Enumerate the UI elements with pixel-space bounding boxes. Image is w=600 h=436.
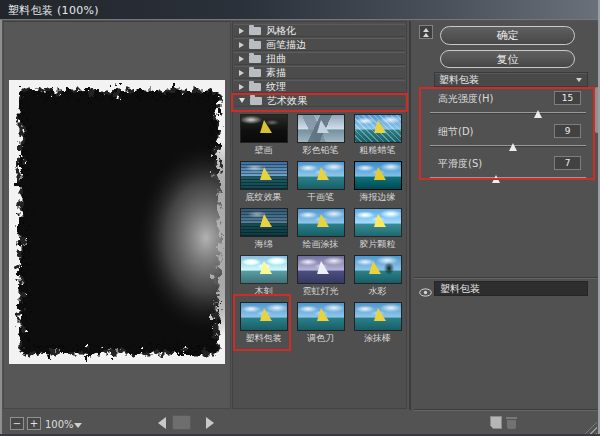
- filter-gallery-dialog: 塑料包装 (100%): [0, 0, 600, 436]
- thumbnail-image: [354, 208, 402, 237]
- dialog-title: 塑料包装 (100%): [8, 3, 99, 18]
- thumbnail-image: [240, 208, 288, 237]
- hide-thumbnails-button[interactable]: [419, 25, 433, 39]
- thumbnail-image: [354, 302, 402, 331]
- filter-thumb-sponge[interactable]: 海绵: [235, 206, 292, 253]
- category-stylize[interactable]: 风格化: [234, 24, 405, 37]
- filter-select-dropdown[interactable]: 塑料包装: [434, 72, 588, 87]
- zoom-level-value[interactable]: 100%: [45, 419, 74, 430]
- collapsed-triangle-icon: [239, 70, 244, 76]
- detail-label: 细节(D): [438, 125, 474, 139]
- trash-icon: [506, 417, 517, 419]
- category-label: 扭曲: [266, 52, 286, 65]
- thumbnail-image: [240, 114, 288, 143]
- category-label: 画笔描边: [266, 38, 306, 51]
- filter-thumb-cutout[interactable]: 木刻: [235, 253, 292, 300]
- open-folder-icon: [250, 97, 262, 105]
- scroll-right-arrow[interactable]: [206, 417, 214, 429]
- ok-button[interactable]: 确定: [440, 26, 575, 45]
- filter-thumb-watercolor[interactable]: 水彩: [349, 253, 406, 300]
- new-effect-layer-button[interactable]: [490, 416, 502, 429]
- divider: [414, 409, 599, 411]
- thumbnail-image: [240, 161, 288, 190]
- highlight-strength-label: 高光强度(H): [438, 92, 493, 106]
- category-brush-strokes[interactable]: 画笔描边: [234, 38, 405, 51]
- title-bar[interactable]: 塑料包装 (100%): [0, 0, 600, 20]
- thumbnail-image: [240, 255, 288, 284]
- filter-thumb-colored-pencil[interactable]: 彩色铅笔: [292, 112, 349, 159]
- filter-list-panel: 风格化 画笔描边 扭曲 素描 纹理: [232, 21, 407, 409]
- collapsed-triangle-icon: [239, 28, 244, 34]
- filter-thumb-fresco[interactable]: 壁画: [235, 112, 292, 159]
- resize-grip[interactable]: [585, 422, 597, 434]
- zoom-out-button[interactable]: −: [10, 417, 24, 430]
- filter-thumb-neon-glow[interactable]: 霓虹灯光: [292, 253, 349, 300]
- highlight-strength-slider[interactable]: [430, 112, 586, 114]
- smoothness-label: 平滑度(S): [438, 157, 482, 171]
- collapsed-triangle-icon: [239, 56, 244, 62]
- new-layer-icon: [490, 416, 502, 429]
- filter-thumbnail-grid: 壁画 彩色铅笔 粗糙蜡笔 底纹效果 干画笔 海报边缘: [235, 112, 406, 347]
- folder-icon: [249, 41, 261, 49]
- settings-panel: 确定 复位 塑料包装 高光强度(H) 15 细节(D) 9 平滑度(S) 7: [409, 21, 600, 410]
- filter-thumb-plastic-wrap[interactable]: 塑料包装: [235, 300, 292, 347]
- visibility-eye-icon[interactable]: [419, 282, 433, 296]
- filter-thumb-poster-edges[interactable]: 海报边缘: [349, 159, 406, 206]
- filter-thumb-film-grain[interactable]: 胶片颗粒: [349, 206, 406, 253]
- thumbnail-image: [297, 114, 345, 143]
- chevron-up-icon: [423, 33, 429, 37]
- smoothness-value[interactable]: 7: [554, 156, 581, 170]
- chevron-up-icon: [423, 28, 429, 32]
- filter-thumb-rough-pastels[interactable]: 粗糙蜡笔: [349, 112, 406, 159]
- category-label: 素描: [266, 66, 286, 79]
- folder-icon: [249, 83, 261, 91]
- thumbnail-image: [297, 208, 345, 237]
- category-label: 风格化: [266, 24, 296, 37]
- horizontal-scrollbar-thumb[interactable]: [172, 415, 191, 430]
- zoom-in-button[interactable]: +: [27, 417, 41, 430]
- thumbnail-image: [354, 161, 402, 190]
- highlight-strength-value[interactable]: 15: [554, 91, 581, 105]
- thumbnail-image: [297, 255, 345, 284]
- slider-thumb[interactable]: [534, 110, 542, 118]
- preview-image[interactable]: [9, 80, 225, 364]
- category-list: 风格化 画笔描边 扭曲 素描 纹理: [234, 24, 405, 108]
- slider-thumb[interactable]: [509, 143, 517, 151]
- filter-thumb-palette-knife[interactable]: 调色刀: [292, 300, 349, 347]
- delete-effect-layer-button[interactable]: [506, 416, 517, 429]
- zoom-dropdown-caret-icon[interactable]: [74, 423, 82, 428]
- filter-thumb-smudge-stick[interactable]: 涂抹棒: [349, 300, 406, 347]
- expanded-triangle-icon: [239, 98, 245, 103]
- category-sketch[interactable]: 素描: [234, 66, 405, 79]
- category-label: 艺术效果: [267, 94, 307, 107]
- reset-button[interactable]: 复位: [440, 50, 575, 68]
- smoothness-slider[interactable]: [430, 177, 586, 179]
- thumbnail-image: [354, 255, 402, 284]
- chevron-down-icon: [576, 78, 582, 82]
- category-label: 纹理: [266, 80, 286, 93]
- window-border-left: [0, 20, 2, 436]
- folder-icon: [249, 27, 261, 35]
- collapsed-triangle-icon: [239, 84, 244, 90]
- slider-thumb[interactable]: [492, 175, 500, 183]
- preview-panel: [3, 21, 231, 409]
- collapsed-triangle-icon: [239, 42, 244, 48]
- category-artistic[interactable]: 艺术效果: [234, 94, 405, 107]
- effect-layer-plastic-wrap[interactable]: 塑料包装: [434, 281, 588, 296]
- filter-thumb-paint-daubs[interactable]: 绘画涂抹: [292, 206, 349, 253]
- filter-thumb-dry-brush[interactable]: 干画笔: [292, 159, 349, 206]
- thumbnail-image: [297, 161, 345, 190]
- folder-icon: [249, 55, 261, 63]
- thumbnail-image: [297, 302, 345, 331]
- thumbnail-image: [240, 302, 288, 331]
- scroll-left-arrow[interactable]: [158, 417, 166, 429]
- filter-thumb-underpainting[interactable]: 底纹效果: [235, 159, 292, 206]
- folder-icon: [249, 69, 261, 77]
- thumbnail-image: [354, 114, 402, 143]
- category-texture[interactable]: 纹理: [234, 80, 405, 93]
- detail-value[interactable]: 9: [554, 124, 581, 138]
- detail-slider[interactable]: [430, 145, 586, 147]
- divider: [414, 277, 599, 279]
- filter-select-value: 塑料包装: [439, 74, 479, 85]
- category-distort[interactable]: 扭曲: [234, 52, 405, 65]
